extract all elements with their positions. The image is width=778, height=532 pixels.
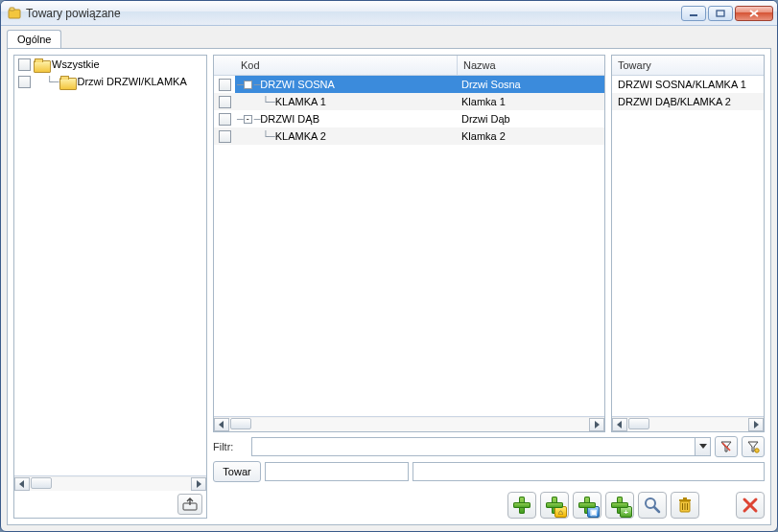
items-pane: Kod Nazwa ─-─DRZWI SOSNADrzwi Sosna └─KL… xyxy=(213,55,605,432)
scroll-track[interactable] xyxy=(229,418,589,431)
cell-code: └─KLAMKA 1 xyxy=(235,93,458,110)
close-button[interactable] xyxy=(735,6,773,21)
app-icon xyxy=(7,6,22,21)
plus-icon: ▣ xyxy=(578,497,596,514)
cell-code: └─KLAMKA 2 xyxy=(235,127,458,145)
svg-marker-12 xyxy=(754,421,759,428)
svg-marker-13 xyxy=(699,444,707,449)
cancel-button[interactable] xyxy=(736,492,765,519)
hscroll[interactable] xyxy=(14,475,206,491)
scroll-right-button[interactable] xyxy=(589,418,604,431)
cell-code: ─-─DRZWI DĄB xyxy=(235,110,458,127)
scroll-left-button[interactable] xyxy=(14,477,30,491)
col-code[interactable]: Kod xyxy=(235,56,458,75)
checkbox[interactable] xyxy=(219,130,231,143)
svg-rect-19 xyxy=(679,499,691,501)
filter-combo[interactable] xyxy=(251,437,711,456)
col-name[interactable]: Nazwa xyxy=(458,56,604,75)
table-row[interactable]: ─-─DRZWI DĄBDrzwi Dąb xyxy=(214,110,604,127)
scroll-left-button[interactable] xyxy=(612,418,627,431)
items-header: Kod Nazwa xyxy=(214,56,604,76)
scroll-thumb[interactable] xyxy=(230,418,251,429)
titlebar-buttons xyxy=(681,6,773,21)
items-list[interactable]: ─-─DRZWI SOSNADrzwi Sosna └─KLAMKA 1Klam… xyxy=(214,76,604,416)
folder-icon xyxy=(34,58,49,71)
cell-name: Klamka 2 xyxy=(458,127,604,145)
linked-list[interactable]: DRZWI SOSNA/KLAMKA 1DRZWI DĄB/KLAMKA 2 xyxy=(612,76,764,416)
export-button[interactable] xyxy=(177,494,202,515)
tree-label: Wszystkie xyxy=(52,58,100,70)
add-copy-button[interactable]: + xyxy=(605,492,634,519)
checkbox[interactable] xyxy=(219,79,231,91)
tab-general[interactable]: Ogólne xyxy=(7,30,61,49)
action-toolbar: ⌂ ▣ + xyxy=(213,486,765,519)
svg-marker-11 xyxy=(617,421,622,428)
svg-rect-3 xyxy=(717,11,724,16)
scroll-right-button[interactable] xyxy=(191,477,206,491)
expand-toggle[interactable]: - xyxy=(244,115,252,124)
list-item[interactable]: DRZWI DĄB/KLAMKA 2 xyxy=(612,93,764,110)
minimize-button[interactable] xyxy=(681,6,706,21)
expand-toggle[interactable]: - xyxy=(244,81,252,89)
linked-header[interactable]: Towary xyxy=(612,56,764,76)
table-row[interactable]: ─-─DRZWI SOSNADrzwi Sosna xyxy=(214,76,604,93)
tabstrip: Ogólne xyxy=(7,30,771,49)
scroll-thumb[interactable] xyxy=(31,477,52,489)
svg-marker-10 xyxy=(595,421,600,428)
filter-dropdown-button[interactable] xyxy=(695,438,710,455)
towar-name-input[interactable] xyxy=(413,462,765,481)
tree-label: Drzwi DRZWI/KLAMKA xyxy=(78,76,187,87)
scroll-track[interactable] xyxy=(627,418,748,431)
scroll-right-button[interactable] xyxy=(748,418,764,431)
plus-icon: + xyxy=(611,497,628,514)
list-item[interactable]: DRZWI SOSNA/KLAMKA 1 xyxy=(612,76,764,93)
filter-settings-button[interactable] xyxy=(742,436,765,457)
search-button[interactable] xyxy=(638,492,667,519)
towar-code-input[interactable] xyxy=(265,462,409,481)
filter-row: Filtr: xyxy=(213,436,765,457)
cell-name: Drzwi Dąb xyxy=(458,110,604,127)
add-button[interactable] xyxy=(507,492,536,519)
tree-row-root[interactable]: Wszystkie xyxy=(14,56,206,73)
category-tree[interactable]: Wszystkie └─ Drzwi DRZWI/KLAMKA xyxy=(14,56,206,475)
left-bottom-bar xyxy=(14,491,206,518)
hscroll[interactable] xyxy=(612,416,764,431)
scroll-track[interactable] xyxy=(30,477,191,491)
checkbox[interactable] xyxy=(18,58,31,71)
add-category-button[interactable]: ⌂ xyxy=(540,492,569,519)
titlebar[interactable]: Towary powiązane xyxy=(1,1,777,26)
checkbox[interactable] xyxy=(219,96,231,108)
filter-label: Filtr: xyxy=(213,441,248,452)
delete-button[interactable] xyxy=(671,492,699,519)
linked-pane: Towary DRZWI SOSNA/KLAMKA 1DRZWI DĄB/KLA… xyxy=(611,55,765,432)
hscroll[interactable] xyxy=(214,416,604,431)
svg-marker-7 xyxy=(197,480,201,488)
checkbox[interactable] xyxy=(18,76,31,88)
code-text: KLAMKA 2 xyxy=(275,130,326,142)
svg-line-17 xyxy=(654,507,659,512)
maximize-button[interactable] xyxy=(708,6,733,21)
towar-button[interactable]: Towar xyxy=(213,461,261,482)
plus-icon xyxy=(513,497,530,514)
mid-stack: Kod Nazwa ─-─DRZWI SOSNADrzwi Sosna └─KL… xyxy=(213,55,765,519)
scroll-thumb[interactable] xyxy=(628,418,649,429)
filter-input[interactable] xyxy=(252,438,695,455)
svg-marker-6 xyxy=(19,480,24,488)
filter-clear-button[interactable] xyxy=(715,436,738,457)
cell-name: Klamka 1 xyxy=(458,93,604,110)
window-title: Towary powiązane xyxy=(26,7,681,20)
checkbox[interactable] xyxy=(219,113,231,126)
svg-point-15 xyxy=(755,449,759,452)
code-text: DRZWI DĄB xyxy=(260,113,319,125)
tree-row-child[interactable]: └─ Drzwi DRZWI/KLAMKA xyxy=(14,73,206,90)
code-text: DRZWI SOSNA xyxy=(260,79,335,90)
table-row[interactable]: └─KLAMKA 1Klamka 1 xyxy=(214,93,604,110)
scroll-left-button[interactable] xyxy=(214,418,229,431)
cell-name: Drzwi Sosna xyxy=(458,76,604,93)
mid-and-right: Kod Nazwa ─-─DRZWI SOSNADrzwi Sosna └─KL… xyxy=(213,55,765,432)
add-link-button[interactable]: ▣ xyxy=(573,492,601,519)
tabpanel-general: Wszystkie └─ Drzwi DRZWI/KLAMKA xyxy=(7,48,771,525)
cell-code: ─-─DRZWI SOSNA xyxy=(235,76,458,93)
panes: Wszystkie └─ Drzwi DRZWI/KLAMKA xyxy=(13,55,765,519)
table-row[interactable]: └─KLAMKA 2Klamka 2 xyxy=(214,127,604,145)
